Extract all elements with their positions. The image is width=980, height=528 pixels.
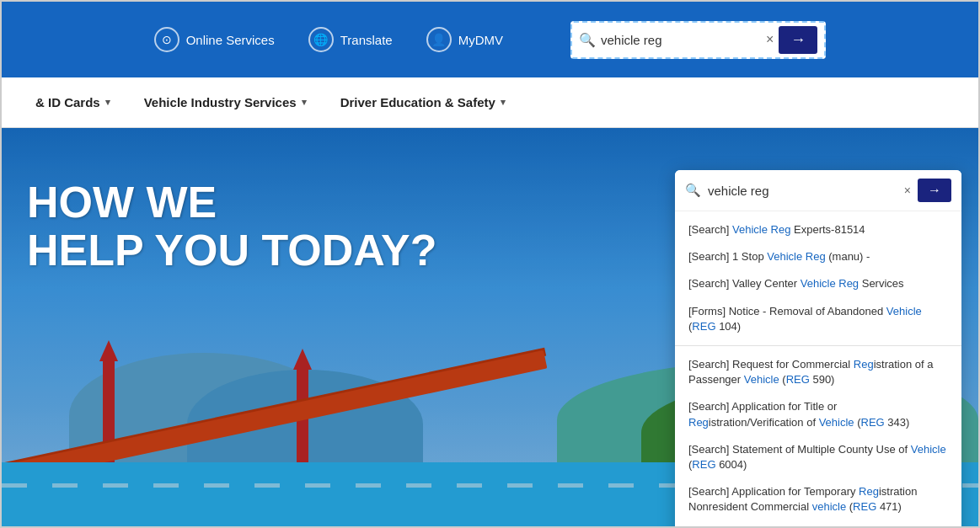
highlight-8c: REG <box>853 500 876 513</box>
top-navigation: ⊙ Online Services 🌐 Translate 👤 MyDMV 🔍 … <box>2 2 978 77</box>
dropdown-item-6[interactable]: [Search] Application for Title or Regist… <box>675 393 961 435</box>
highlight-8a: Reg <box>859 485 879 498</box>
highlight-6a: Reg <box>688 416 709 429</box>
dropdown-item-1[interactable]: [Search] Vehicle Reg Experts-81514 <box>675 216 961 243</box>
online-services-icon: ⊙ <box>154 27 179 52</box>
search-input[interactable] <box>601 33 761 47</box>
mydmv-label: MyDMV <box>458 33 503 47</box>
licenses-id-nav[interactable]: & ID Cards ▾ <box>19 77 127 127</box>
secondary-navigation: & ID Cards ▾ Vehicle Industry Services ▾… <box>2 77 978 128</box>
highlight-5a: Reg <box>854 358 874 371</box>
highlight-5c: REG <box>786 373 810 386</box>
dropdown-item-8[interactable]: [Search] Application for Temporary Regis… <box>675 478 961 520</box>
highlight-2: Vehicle Reg <box>767 250 825 263</box>
mydmv-nav[interactable]: 👤 MyDMV <box>426 27 503 52</box>
dropdown-item-4[interactable]: [Forms] Notice - Removal of Abandoned Ve… <box>675 298 961 340</box>
dropdown-search-icon: 🔍 <box>685 183 701 198</box>
dropdown-search-bar: 🔍 × → <box>675 170 961 211</box>
translate-icon: 🌐 <box>308 27 334 52</box>
highlight-6c: REG <box>861 416 885 429</box>
dropdown-item-2[interactable]: [Search] 1 Stop Vehicle Reg (manu) - <box>675 243 961 270</box>
hero-line1: HOW WE <box>27 179 436 227</box>
licenses-chevron-icon: ▾ <box>105 97 110 108</box>
search-magnifier-icon: 🔍 <box>579 32 596 48</box>
dropdown-item-3[interactable]: [Search] Valley Center Vehicle Reg Servi… <box>675 270 961 297</box>
search-box: 🔍 × → <box>570 21 826 59</box>
dropdown-section-1: [Search] Vehicle Reg Experts-81514 [Sear… <box>675 211 961 346</box>
translate-nav[interactable]: 🌐 Translate <box>308 27 393 52</box>
autocomplete-dropdown: 🔍 × → [Search] Vehicle Reg Experts-81514… <box>675 170 961 528</box>
highlight-4a: Vehicle <box>886 305 922 317</box>
highlight-1: Vehicle Reg <box>732 223 790 236</box>
highlight-3: Vehicle Reg <box>801 277 859 290</box>
driver-education-chevron-icon: ▾ <box>501 97 506 108</box>
translate-label: Translate <box>340 33 393 47</box>
vehicle-industry-chevron-icon: ▾ <box>302 97 307 108</box>
highlight-7b: REG <box>692 458 715 471</box>
vehicle-industry-label: Vehicle Industry Services <box>144 95 297 109</box>
highlight-5b: Vehicle <box>744 373 779 386</box>
vehicle-industry-nav[interactable]: Vehicle Industry Services ▾ <box>127 77 324 127</box>
dropdown-submit-button[interactable]: → <box>918 179 951 202</box>
search-submit-button[interactable]: → <box>779 26 817 54</box>
licenses-id-label: & ID Cards <box>35 95 100 109</box>
dropdown-section-2: [Search] Request for Commercial Registra… <box>675 346 961 528</box>
mydmv-icon: 👤 <box>426 27 452 52</box>
driver-education-nav[interactable]: Driver Education & Safety ▾ <box>324 77 522 127</box>
hero-section: HOW WE HELP YOU TODAY? 🔍 × → <box>2 128 978 528</box>
dropdown-item-5[interactable]: [Search] Request for Commercial Registra… <box>675 351 961 393</box>
highlight-6b: Vehicle <box>819 416 854 429</box>
highlight-4b: REG <box>692 320 715 333</box>
search-container: 🔍 × → <box>570 21 826 59</box>
dropdown-item-7[interactable]: [Search] Statement of Multiple County Us… <box>675 436 961 478</box>
online-services-nav[interactable]: ⊙ Online Services <box>154 27 275 52</box>
highlight-7a: Vehicle <box>911 443 946 456</box>
hero-text: HOW WE HELP YOU TODAY? <box>27 179 436 275</box>
highlight-8b: vehicle <box>812 500 846 513</box>
dropdown-clear-button[interactable]: × <box>904 184 911 197</box>
dropdown-search-input[interactable] <box>708 184 904 198</box>
driver-education-label: Driver Education & Safety <box>340 95 495 109</box>
online-services-label: Online Services <box>186 33 275 47</box>
dropdown-item-9[interactable]: [Search] 8.010 Completing the Report of … <box>675 520 961 528</box>
hero-line2: HELP YOU TODAY? <box>27 227 436 275</box>
clear-search-button[interactable]: × <box>766 32 774 47</box>
